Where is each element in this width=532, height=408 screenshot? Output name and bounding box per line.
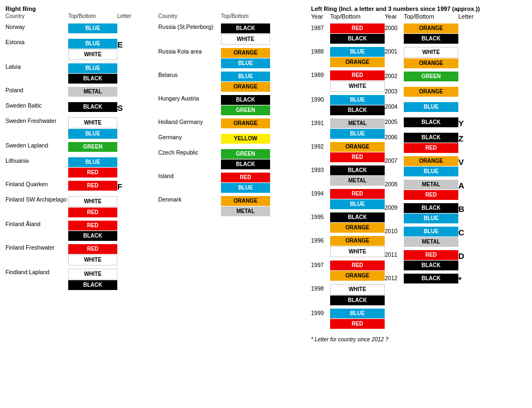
table-row: Latvia BLUEBLACK bbox=[5, 63, 158, 84]
cell-letter bbox=[117, 269, 139, 270]
lr-topbottom: METALBLUE bbox=[330, 119, 385, 139]
color-badge-metal: METAL bbox=[330, 176, 385, 186]
list-item: 2004 BLUE bbox=[385, 102, 510, 114]
right-section: 1987 REDBLACK 1988 BLUEORANGE 1989 REDWH… bbox=[311, 23, 527, 342]
color-badge-green: GREEN bbox=[404, 72, 458, 81]
cell-country: Finland Freshwater bbox=[5, 244, 68, 252]
color-badge-blue: BLUE bbox=[221, 183, 270, 193]
table-row: Holland Germany ORANGE bbox=[158, 119, 311, 131]
color-badge-black: BLACK bbox=[221, 23, 270, 33]
color-badge-orange: ORANGE bbox=[221, 48, 270, 58]
lr-topbottom: WHITEBLACK bbox=[330, 284, 385, 305]
lr-letter bbox=[458, 47, 472, 48]
color-badge-red: RED bbox=[330, 152, 385, 162]
list-item: 2007 ORANGEBLUE V bbox=[385, 156, 510, 176]
main-layout: Norway BLUE Estonia BLUEWHITE E Latvia B… bbox=[5, 23, 527, 342]
color-badge-black: BLACK bbox=[330, 295, 385, 305]
left-ring-col2: 2000 ORANGEBLACK 2001 WHITEORANGE 2002 G… bbox=[385, 23, 510, 332]
color-badge-red: RED bbox=[68, 181, 117, 191]
lr-topbottom: REDBLUE bbox=[330, 189, 385, 209]
color-badge-orange: ORANGE bbox=[330, 57, 385, 67]
color-badge-orange: ORANGE bbox=[221, 82, 270, 92]
cell-topbottom: REDBLUE bbox=[221, 173, 270, 193]
lr-year: 1999 bbox=[311, 309, 330, 316]
lrch-year1: Year bbox=[311, 13, 330, 20]
lr-topbottom: REDWHITE bbox=[330, 70, 385, 92]
list-item: 1992 ORANGERED bbox=[311, 142, 385, 162]
list-item: 1995 BLACKORANGE bbox=[311, 212, 385, 233]
lr-letter bbox=[458, 87, 472, 88]
left-ring-section: 1987 REDBLACK 1988 BLUEORANGE 1989 REDWH… bbox=[311, 23, 527, 332]
cell-country: Germany bbox=[158, 134, 221, 141]
lr-topbottom2: ORANGEBLACK bbox=[404, 23, 458, 44]
right-ring-col2-headers: Country Top/Bottom bbox=[158, 13, 311, 19]
lr-year2: 2002 bbox=[385, 72, 404, 79]
color-badge-blue: BLUE bbox=[68, 129, 117, 139]
list-item: 2011 REDBLACK D bbox=[385, 250, 510, 270]
list-item: 2003 ORANGE bbox=[385, 87, 510, 99]
cell-topbottom: BLUEBLACK bbox=[68, 63, 117, 84]
cell-country: Findland Lapland bbox=[5, 269, 68, 276]
table-row: Belarus BLUEORANGE bbox=[158, 72, 311, 92]
lr-year2: 2003 bbox=[385, 87, 404, 94]
lr-topbottom: REDBLACK bbox=[330, 23, 385, 44]
list-item: 2012 BLACK * bbox=[385, 274, 510, 286]
color-badge-black: BLACK bbox=[330, 34, 385, 44]
color-badge-white: WHITE bbox=[68, 269, 117, 280]
color-badge-red: RED bbox=[221, 173, 270, 182]
cell-letter bbox=[117, 221, 139, 222]
color-badge-orange: ORANGE bbox=[330, 271, 385, 281]
color-badge-red: RED bbox=[404, 250, 458, 260]
color-badge-black: BLACK bbox=[404, 203, 458, 213]
color-badge-blue: BLUE bbox=[68, 39, 117, 49]
color-badge-blue: BLUE bbox=[404, 227, 458, 236]
color-badge-white: WHITE bbox=[330, 81, 385, 92]
cell-letter: F bbox=[117, 181, 139, 191]
left-ring-col-headers: Year Top/Bottom Year Top/Bottom Letter bbox=[311, 13, 527, 20]
list-item: 1999 BLUERED bbox=[311, 309, 385, 329]
table-row: Norway BLUE bbox=[5, 23, 158, 36]
lr-year2: 2011 bbox=[385, 250, 404, 258]
color-badge-red: RED bbox=[68, 244, 117, 254]
list-item: 1991 METALBLUE bbox=[311, 119, 385, 139]
left-section: Norway BLUE Estonia BLUEWHITE E Latvia B… bbox=[5, 23, 311, 342]
cell-topbottom: BLUEWHITE bbox=[68, 39, 117, 60]
color-badge-orange: ORANGE bbox=[221, 119, 270, 128]
lr-year2: 2005 bbox=[385, 117, 404, 125]
lr-letter: C bbox=[458, 227, 472, 237]
cell-topbottom: BLACKGREEN bbox=[221, 95, 270, 115]
lr-topbottom2: REDBLACK bbox=[404, 250, 458, 270]
table-row: Sweden Baltic BLACK S bbox=[5, 102, 158, 114]
color-badge-metal: METAL bbox=[404, 237, 458, 247]
color-badge-blue: BLUE bbox=[330, 95, 385, 105]
color-badge-black: BLACK bbox=[68, 102, 117, 112]
color-badge-black: BLACK bbox=[221, 159, 270, 169]
lr-year: 1991 bbox=[311, 119, 330, 126]
cell-topbottom: WHITEBLUE bbox=[68, 117, 117, 139]
color-badge-black: BLACK bbox=[404, 261, 458, 270]
color-badge-blue: BLUE bbox=[68, 23, 117, 33]
cell-country: Estonia bbox=[5, 39, 68, 46]
color-badge-white: WHITE bbox=[68, 49, 117, 60]
table-row: Estonia BLUEWHITE E bbox=[5, 39, 158, 60]
right-ring-col-headers: Country Top/Bottom Letter bbox=[5, 13, 158, 19]
lr-topbottom: BLACKORANGE bbox=[330, 212, 385, 233]
cell-letter bbox=[117, 196, 139, 197]
cell-letter: S bbox=[117, 102, 139, 113]
color-badge-orange: ORANGE bbox=[330, 236, 385, 246]
cell-country: Finland Åland bbox=[5, 221, 68, 228]
color-badge-white: WHITE bbox=[221, 34, 270, 45]
list-item: 1997 REDORANGE bbox=[311, 261, 385, 281]
color-badge-blue: BLUE bbox=[330, 199, 385, 209]
cell-topbottom: BLACKWHITE bbox=[221, 23, 270, 45]
lr-year: 1996 bbox=[311, 236, 330, 244]
table-row: Poland METAL bbox=[5, 87, 158, 99]
right-ring-col2: Russia (St.Peterborg) BLACKWHITE Russia … bbox=[158, 23, 311, 293]
cell-topbottom: BLUERED bbox=[68, 157, 117, 178]
cell-country: Sweden Freshwater bbox=[5, 117, 68, 125]
table-row: Denmark ORANGEMETAL bbox=[158, 196, 311, 216]
lrch-topbottom2: Top/Bottom bbox=[404, 13, 458, 20]
cell-letter bbox=[270, 23, 292, 25]
color-badge-blue: BLUE bbox=[330, 129, 385, 139]
footnote: * Letter for country since 2012 ? bbox=[311, 336, 527, 342]
